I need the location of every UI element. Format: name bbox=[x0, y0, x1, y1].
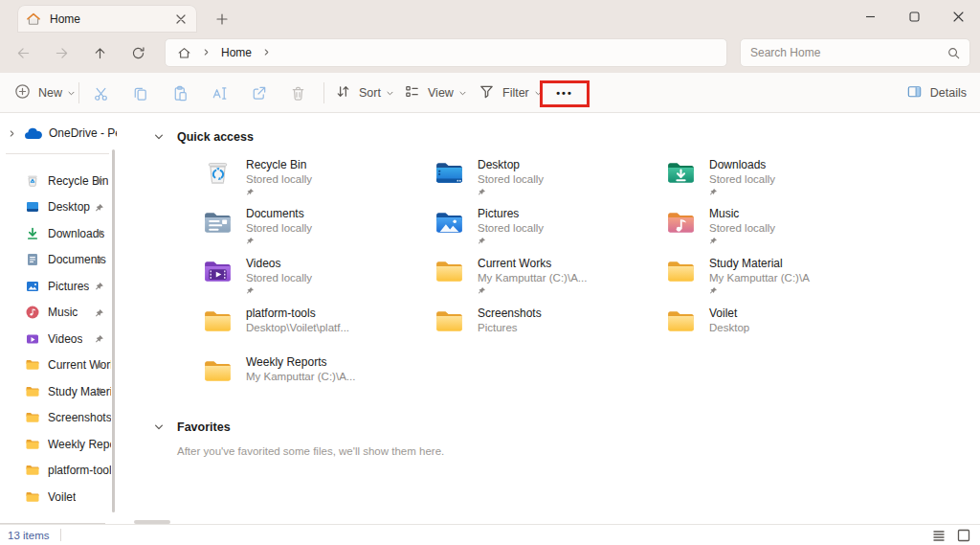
large-icons-view-icon[interactable] bbox=[955, 528, 972, 543]
quick-access-item-pictures[interactable]: PicturesStored locally bbox=[434, 207, 665, 257]
breadcrumb-home-icon[interactable] bbox=[177, 46, 191, 60]
up-icon[interactable] bbox=[84, 37, 115, 68]
sidebar-item-onedrive[interactable]: OneDrive - Pers bbox=[0, 121, 117, 146]
music-icon bbox=[25, 305, 40, 320]
folder-icon bbox=[434, 306, 465, 337]
sidebar-item-recycle-bin[interactable]: Recycle Bin bbox=[0, 168, 117, 194]
sidebar-vertical-scrollbar[interactable] bbox=[112, 149, 115, 512]
quick-access-item-recycle-bin[interactable]: Recycle BinStored locally bbox=[202, 157, 434, 207]
sidebar-item-desktop[interactable]: Desktop bbox=[0, 194, 117, 221]
sidebar-item-current-worl[interactable]: Current Worl bbox=[0, 352, 117, 379]
chevron-down-icon bbox=[534, 89, 543, 98]
tab-home[interactable]: Home bbox=[17, 5, 197, 33]
quick-access-item-screenshots[interactable]: ScreenshotsPictures bbox=[434, 306, 665, 355]
sidebar-item-study-materi[interactable]: Study Materi bbox=[0, 378, 117, 405]
chevron-right-icon[interactable] bbox=[262, 46, 271, 59]
pin-icon bbox=[478, 237, 486, 245]
sidebar-item-platform-tools[interactable]: platform-tools bbox=[0, 458, 117, 485]
sidebar-item-videos[interactable]: Videos bbox=[0, 326, 117, 352]
chevron-down-icon[interactable] bbox=[153, 421, 165, 433]
videos-icon bbox=[25, 331, 40, 347]
folder-icon bbox=[25, 357, 40, 373]
pin-icon bbox=[95, 387, 104, 397]
status-bar: 13 items bbox=[0, 524, 980, 545]
delete-icon[interactable] bbox=[279, 79, 316, 106]
sort-button[interactable]: Sort bbox=[334, 79, 394, 106]
sort-icon bbox=[334, 82, 352, 103]
paste-icon[interactable] bbox=[162, 79, 198, 106]
share-icon[interactable] bbox=[240, 79, 277, 106]
new-button[interactable]: New bbox=[13, 79, 76, 106]
pin-icon bbox=[95, 256, 104, 265]
back-icon[interactable] bbox=[8, 37, 38, 68]
forward-icon[interactable] bbox=[46, 37, 77, 68]
item-label: Downloads bbox=[709, 158, 775, 172]
command-bar: New Sort View Filter ••• Details bbox=[0, 73, 980, 113]
pin-icon bbox=[709, 286, 718, 295]
quick-access-item-voilet[interactable]: VoiletDesktop bbox=[665, 306, 897, 355]
minimize-icon[interactable] bbox=[848, 0, 892, 33]
new-tab-icon[interactable] bbox=[212, 10, 232, 29]
quick-access-item-study-material[interactable]: Study MaterialMy Kamputtar (C:)\A bbox=[665, 256, 897, 306]
cut-icon[interactable] bbox=[82, 79, 119, 106]
quick-access-item-platform-tools[interactable]: platform-toolsDesktop\Voilet\platf... bbox=[202, 306, 434, 355]
navigation-pane: OneDrive - Pers Recycle BinDesktopDownlo… bbox=[0, 113, 117, 524]
documents-icon bbox=[25, 252, 40, 267]
chevron-down-icon bbox=[386, 89, 394, 98]
quick-access-item-music[interactable]: MusicStored locally bbox=[665, 207, 897, 257]
view-label: View bbox=[428, 86, 454, 100]
item-label: Screenshots bbox=[478, 307, 542, 321]
pin-icon bbox=[709, 237, 718, 245]
address-bar[interactable]: Home bbox=[165, 38, 727, 67]
sidebar-item-weekly-reports[interactable]: Weekly Reports bbox=[0, 431, 117, 458]
sidebar-item-label: Music bbox=[48, 306, 78, 319]
sidebar-item-downloads[interactable]: Downloads bbox=[0, 220, 117, 247]
sidebar-item-screenshots[interactable]: Screenshots bbox=[0, 405, 117, 432]
item-sublabel: My Kamputtar (C:)\A... bbox=[246, 370, 355, 383]
item-count: 13 items bbox=[8, 530, 49, 541]
pin-icon bbox=[478, 188, 486, 196]
chevron-down-icon bbox=[67, 89, 76, 98]
copy-icon[interactable] bbox=[122, 79, 158, 106]
quick-access-grid: Recycle BinStored locallyDesktopStored l… bbox=[202, 157, 980, 404]
details-pane-button[interactable]: Details bbox=[905, 79, 967, 106]
sidebar-item-pictures[interactable]: Pictures bbox=[0, 273, 117, 300]
sidebar-item-music[interactable]: Music bbox=[0, 300, 117, 327]
quick-access-item-documents[interactable]: DocumentsStored locally bbox=[202, 207, 434, 257]
quick-access-item-weekly-reports[interactable]: Weekly ReportsMy Kamputtar (C:)\A... bbox=[202, 355, 434, 405]
refresh-icon[interactable] bbox=[122, 37, 153, 68]
folder-icon bbox=[202, 355, 234, 387]
pin-icon bbox=[95, 334, 104, 344]
plus-circle-icon bbox=[13, 82, 32, 103]
pin-icon bbox=[95, 176, 104, 186]
filter-label: Filter bbox=[502, 86, 529, 100]
search-input[interactable] bbox=[750, 46, 947, 59]
close-window-icon[interactable] bbox=[936, 0, 980, 33]
window-controls bbox=[848, 0, 980, 33]
item-sublabel: My Kamputtar (C:)\A bbox=[709, 271, 810, 284]
item-label: Documents bbox=[246, 207, 312, 221]
maximize-icon[interactable] bbox=[892, 0, 936, 33]
item-label: Weekly Reports bbox=[246, 355, 355, 370]
sidebar-item-label: Videos bbox=[48, 332, 82, 346]
more-options-button[interactable]: ••• bbox=[543, 81, 587, 104]
breadcrumb-item[interactable]: Home bbox=[221, 46, 252, 59]
close-tab-icon[interactable] bbox=[173, 11, 189, 27]
quick-access-item-desktop[interactable]: DesktopStored locally bbox=[434, 157, 665, 207]
sidebar-item-voilet[interactable]: Voilet bbox=[0, 484, 117, 511]
folder-icon bbox=[25, 437, 40, 452]
quick-access-item-current-works[interactable]: Current WorksMy Kamputtar (C:)\A... bbox=[434, 256, 665, 306]
favorites-header[interactable]: Favorites bbox=[153, 418, 980, 437]
quick-access-item-videos[interactable]: VideosStored locally bbox=[202, 256, 434, 306]
chevron-down-icon[interactable] bbox=[153, 131, 165, 143]
chevron-right-icon[interactable] bbox=[8, 129, 16, 138]
pictures-icon bbox=[25, 279, 40, 294]
quick-access-item-downloads[interactable]: DownloadsStored locally bbox=[665, 157, 897, 207]
details-view-icon[interactable] bbox=[930, 528, 947, 543]
rename-icon[interactable] bbox=[201, 79, 237, 106]
quick-access-header[interactable]: Quick access bbox=[153, 127, 980, 147]
filter-button[interactable]: Filter bbox=[478, 79, 543, 106]
view-button[interactable]: View bbox=[403, 79, 467, 106]
pin-icon bbox=[246, 188, 255, 196]
sidebar-item-documents[interactable]: Documents bbox=[0, 247, 117, 274]
